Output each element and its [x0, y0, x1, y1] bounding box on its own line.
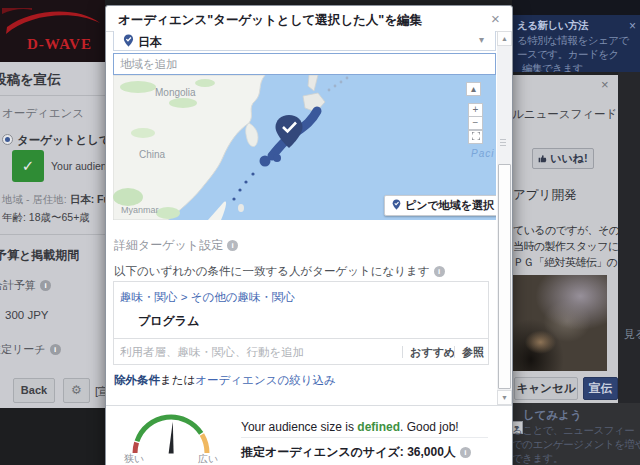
post-text-line: ＰＧ「絶対英雄伝」の [513, 255, 617, 270]
fullscreen-icon [472, 132, 480, 140]
divider [402, 346, 403, 358]
map-fullscreen-button[interactable] [468, 130, 483, 144]
close-icon[interactable]: × [601, 77, 609, 92]
drop-pin-button-label: ピンで地域を選択 [405, 199, 494, 211]
banner-line: る特別な情報をシェアで [517, 34, 629, 48]
map-label-china: China [139, 149, 165, 160]
browse-link[interactable]: 参照 [462, 345, 484, 360]
age-line: 年齢: 18歳〜65+歳 [2, 211, 90, 225]
post-photo [512, 275, 607, 371]
audience-status-text: Your audience [51, 160, 105, 172]
map-label-myanmar: Myanmar [121, 205, 159, 215]
divider [0, 234, 105, 235]
audience-radio[interactable] [2, 134, 13, 145]
add-targeting-input[interactable] [114, 339, 376, 364]
scroll-up-icon[interactable]: ▲ [497, 31, 512, 46]
interests-box: 趣味・関心 > その他の趣味・関心 プログラム おすすめ 参照 [113, 281, 489, 365]
see-more-link[interactable]: 見る [624, 327, 640, 342]
scrollbar-thumb[interactable] [498, 164, 511, 389]
promo-line: ることで、ニュースフィー [512, 424, 634, 438]
info-icon: i [460, 447, 471, 458]
country-select[interactable]: 日本 ▾ [113, 31, 496, 51]
audience-size-gauge [121, 414, 221, 456]
info-icon: i [50, 344, 61, 355]
cancel-button[interactable]: キャンセル [514, 377, 578, 400]
screen: D-WAVE 投稿を宣伝 オーディエンス ターゲットとして選択した ✓ Your… [0, 0, 640, 465]
defined-status: defined [357, 420, 400, 434]
targeting-map[interactable]: Mongolia China Myanmar Paci ▴ + − ピンで地域を… [113, 75, 496, 220]
gauge-narrow-label: 狭い [124, 452, 144, 465]
map-zoom-out-button[interactable]: − [468, 116, 483, 130]
location-pin-icon [123, 34, 134, 47]
promote-post-dialog: 投稿を宣伝 オーディエンス ターゲットとして選択した ✓ Your audien… [0, 62, 105, 408]
match-condition-label: 以下のいずれかの条件に一致する人がターゲットになりますi [114, 264, 445, 279]
suggestions-link[interactable]: おすすめ [410, 345, 455, 360]
dialog-title: 投稿を宣伝 [0, 71, 61, 89]
promote-button-fragment[interactable]: [宣伝 [95, 384, 105, 399]
add-targeting-row: おすすめ 参照 [114, 338, 488, 365]
divider [0, 95, 105, 96]
boost-promo-section: ▾ してみよう ることで、ニュースフィー でのエンゲージメントを増や できます。 [505, 403, 640, 465]
map-collapse-button[interactable]: ▴ [466, 82, 481, 96]
scrollbar-grip [500, 139, 506, 140]
info-icon: i [227, 240, 238, 251]
info-icon: i [40, 280, 51, 291]
divider [454, 346, 455, 358]
add-location-input[interactable] [113, 53, 496, 75]
modal-scrollbar[interactable]: ▲ ▼ [497, 31, 512, 405]
modal-footer: 狭い 広い Your audience size is defined. Goo… [106, 405, 512, 465]
close-icon[interactable]: × [629, 19, 636, 33]
top-navbar-fragment [512, 0, 640, 15]
interest-value: プログラム [138, 313, 199, 330]
page-cover-photo: D-WAVE [0, 0, 105, 62]
ad-preview-panel: × ルニュースフィード いいね! アプリ開発 ているのですが、その 当時の製作ス… [512, 75, 618, 403]
post-title: アプリ開発 [513, 187, 576, 204]
map-label-ocean: Paci [471, 148, 494, 159]
map-label-mongolia: Mongolia [155, 87, 196, 98]
promo-title: してみよう [523, 408, 582, 423]
post-text-line: 当時の製作スタッフに [513, 239, 618, 254]
banner-title: える新しい方法 [517, 19, 588, 33]
like-button-label: いいね! [550, 152, 587, 164]
estimated-reach-label: 推定リーチi [0, 342, 61, 357]
exclusion-row: 除外条件またはオーディエンスの絞り込み [114, 373, 336, 388]
gauge-wide-label: 広い [198, 452, 218, 465]
audience-check-icon: ✓ [12, 150, 44, 182]
promo-line: でのエンゲージメントを増や [512, 438, 640, 452]
map-zoom-in-button[interactable]: + [468, 103, 483, 117]
dimmed-background [0, 408, 105, 465]
scroll-down-icon[interactable]: ▼ [497, 390, 512, 405]
location-pin-icon [392, 199, 401, 210]
total-budget-label: 合計予算i [0, 278, 51, 293]
country-name: 日本 [138, 34, 162, 51]
promo-line: できます。 [512, 452, 563, 465]
newsfeed-label: ルニュースフィード [512, 107, 617, 122]
close-icon[interactable]: × [491, 10, 500, 27]
dwave-swoosh-logo [2, 8, 104, 38]
budget-section-label: 予算と掲載期間 [0, 247, 79, 264]
post-text-line: ているのですが、その [513, 223, 618, 238]
tip-banner: える新しい方法 る特別な情報をシェアで ースです。カードをク 編集できます × [512, 15, 640, 72]
budget-value: 300 JPY [5, 309, 48, 321]
narrow-audience-link[interactable]: オーディエンスの絞り込み [195, 374, 335, 386]
exclude-link[interactable]: 除外条件 [114, 374, 160, 386]
audience-section-label: オーディエンス [2, 106, 84, 121]
audience-radio-label: ターゲットとして選択した [17, 133, 105, 148]
interest-category-link[interactable]: 趣味・関心 > その他の趣味・関心 [120, 290, 295, 305]
promote-button[interactable]: 宣伝 [583, 377, 618, 400]
edit-audience-modal: オーディエンス"ターゲットとして選択した人"を編集 × 日本 ▾ [105, 5, 513, 465]
like-button[interactable]: いいね! [532, 148, 594, 169]
banner-line: ースです。カードをク [517, 48, 619, 62]
modal-header: オーディエンス"ターゲットとして選択した人"を編集 × [106, 6, 512, 32]
detailed-targeting-label: 詳細ターゲット設定i [114, 237, 238, 254]
banner-line: 編集できます [522, 62, 583, 72]
gear-icon: ⚙ [71, 383, 82, 397]
drop-pin-button[interactable]: ピンで地域を選択 [384, 195, 496, 216]
dwave-logo-text: D-WAVE [27, 36, 92, 53]
chevron-down-icon: ▾ [479, 34, 484, 45]
info-icon: i [434, 266, 445, 277]
back-button[interactable]: Back [13, 378, 55, 403]
gauge-needle [169, 422, 174, 454]
settings-gear-button[interactable]: ⚙ [63, 378, 90, 403]
thumbs-up-icon [538, 154, 547, 163]
